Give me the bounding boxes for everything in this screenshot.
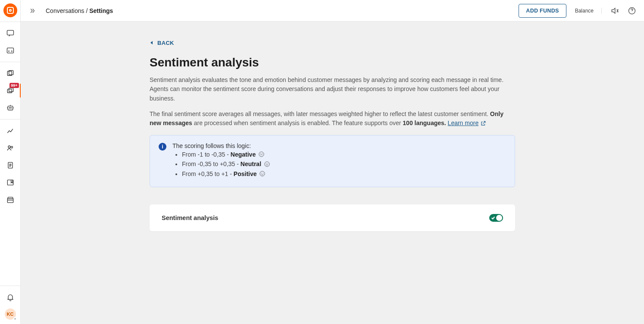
topbar: Conversations / Settings ADD FUNDS Balan… — [21, 0, 644, 22]
breadcrumb-parent[interactable]: Conversations — [46, 7, 84, 14]
balance-label[interactable]: Balance — [575, 8, 602, 14]
check-icon — [491, 216, 495, 220]
svg-point-10 — [11, 146, 13, 148]
chat-icon — [6, 29, 15, 38]
svg-point-18 — [265, 161, 269, 166]
description-2: The final sentiment score averages all m… — [150, 110, 515, 128]
svg-point-16 — [260, 154, 261, 154]
svg-point-22 — [262, 173, 262, 173]
face-sad-icon — [258, 151, 265, 159]
info-row-negative: From -1 to -0,35 - Negative — [182, 151, 270, 159]
sidebar-item-chat[interactable] — [0, 25, 21, 42]
sidebar-item-docs[interactable] — [0, 157, 21, 174]
unread-badge: 99+ — [9, 83, 19, 88]
document-icon — [6, 161, 15, 170]
content: BACK Sentiment analysis Sentiment analys… — [21, 22, 644, 324]
info-label-2: Positive — [234, 170, 257, 177]
face-happy-icon — [259, 170, 266, 178]
svg-point-23 — [263, 173, 263, 173]
external-link-icon — [480, 120, 486, 126]
sidebar-item-analytics[interactable] — [0, 122, 21, 139]
svg-rect-0 — [7, 30, 13, 35]
svg-point-17 — [262, 154, 263, 154]
bot-icon — [6, 104, 15, 112]
description-1: Sentiment analysis evaluates the tone an… — [150, 75, 515, 104]
desc2-b: are processed when sentiment analysis is… — [192, 120, 403, 126]
status-dot-icon — [13, 317, 17, 321]
code-widget-icon — [6, 46, 15, 55]
info-range-0: From -1 to -0,35 - — [182, 151, 231, 158]
face-neutral-icon — [264, 161, 270, 169]
svg-point-7 — [9, 107, 10, 108]
add-funds-button[interactable]: ADD FUNDS — [519, 4, 566, 18]
svg-rect-6 — [8, 106, 13, 110]
svg-point-8 — [10, 107, 11, 108]
card-title: Sentiment analysis — [162, 214, 218, 221]
bookmark-icon — [6, 178, 15, 187]
sidebar-separator — [0, 286, 20, 286]
sound-off-icon[interactable] — [610, 6, 619, 15]
help-icon[interactable] — [628, 6, 636, 15]
sentiment-toggle[interactable] — [489, 214, 503, 222]
bell-icon — [6, 293, 15, 302]
people-icon — [6, 144, 15, 152]
svg-point-9 — [8, 146, 10, 148]
cards-icon — [6, 69, 15, 78]
toggle-card: Sentiment analysis — [150, 204, 515, 231]
svg-point-20 — [268, 163, 268, 164]
sidebar-item-templates[interactable] — [0, 65, 21, 82]
info-range-1: From -0,35 to +0,35 - — [182, 160, 241, 167]
sidebar-separator — [0, 119, 20, 120]
main: Conversations / Settings ADD FUNDS Balan… — [21, 0, 644, 324]
page-title: Sentiment analysis — [150, 56, 515, 69]
sidebar-item-bot[interactable] — [0, 99, 21, 116]
sidebar-separator — [0, 62, 20, 62]
sidebar-item-team[interactable] — [0, 139, 21, 157]
info-row-positive: From +0,35 to +1 - Positive — [182, 170, 270, 178]
sidebar-item-embed[interactable] — [0, 42, 21, 59]
sidebar-item-bookmark[interactable] — [0, 174, 21, 191]
svg-point-21 — [260, 171, 265, 176]
info-label-0: Negative — [231, 151, 256, 158]
info-range-2: From +0,35 to +1 - — [182, 170, 234, 177]
info-label-1: Neutral — [241, 160, 261, 167]
svg-rect-13 — [7, 199, 13, 203]
store-icon — [6, 195, 15, 204]
back-label: BACK — [157, 40, 174, 46]
sidebar-item-notifications[interactable] — [0, 289, 21, 306]
expand-sidebar-icon[interactable] — [28, 7, 36, 15]
avatar[interactable]: KC — [5, 308, 16, 320]
desc2-bold2: 100 languages. — [403, 120, 446, 126]
breadcrumb-sep: / — [84, 7, 90, 14]
info-intro: The scoring follows this logic: — [172, 142, 270, 149]
learn-more-label: Learn more — [448, 119, 479, 128]
avatar-initials: KC — [7, 311, 14, 317]
svg-rect-4 — [7, 89, 12, 93]
info-icon: i — [159, 143, 166, 151]
svg-rect-5 — [9, 88, 13, 91]
sidebar-item-conversations[interactable]: 99+ — [0, 82, 21, 99]
sidebar-separator — [0, 22, 20, 22]
svg-point-15 — [259, 152, 264, 157]
sidebar-item-store[interactable] — [0, 191, 21, 208]
svg-point-19 — [266, 163, 266, 164]
breadcrumb-current: Settings — [89, 7, 113, 14]
back-caret-icon — [150, 41, 154, 45]
back-button[interactable]: BACK — [150, 40, 174, 46]
sidebar: 99+ KC — [0, 0, 21, 324]
info-box: i The scoring follows this logic: From -… — [150, 135, 515, 187]
learn-more-link[interactable]: Learn more — [448, 119, 487, 128]
svg-rect-1 — [7, 48, 13, 53]
analytics-icon — [6, 126, 15, 135]
info-row-neutral: From -0,35 to +0,35 - Neutral — [182, 160, 270, 168]
app-logo-icon[interactable] — [3, 3, 17, 17]
breadcrumb: Conversations / Settings — [46, 7, 113, 14]
desc2-a: The final sentiment score averages all m… — [150, 110, 490, 117]
